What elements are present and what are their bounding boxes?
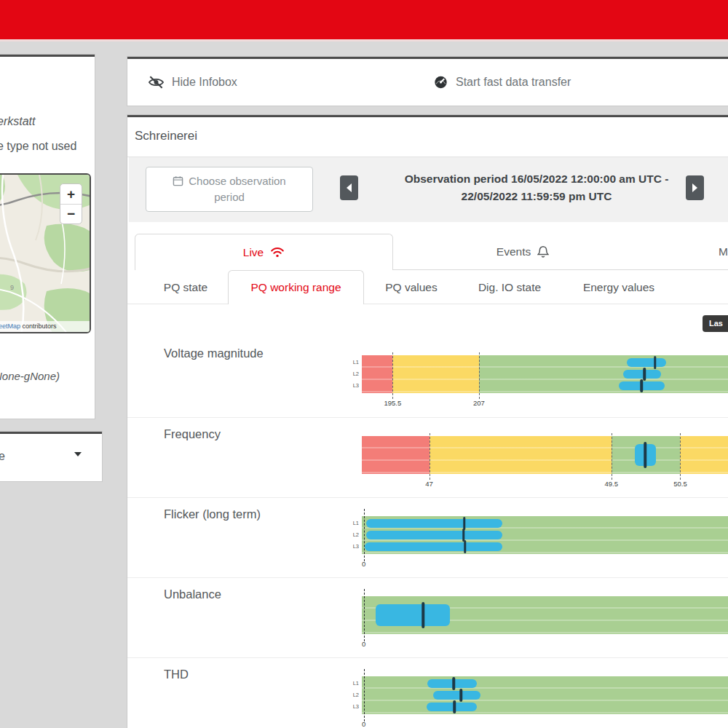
zone-yellow — [392, 355, 478, 393]
next-period-button[interactable] — [686, 175, 704, 200]
chevron-down-icon[interactable] — [74, 452, 82, 456]
subtab-pq-values[interactable]: PQ values — [379, 270, 444, 304]
chart-title: THD — [164, 668, 189, 681]
current-value-marker — [644, 368, 646, 381]
group-name: None-gNone) — [0, 370, 60, 382]
sidebar-dropdown[interactable]: e — [0, 450, 5, 463]
row-label: L3 — [347, 382, 359, 389]
zero-line — [364, 589, 365, 641]
range-bar — [627, 358, 666, 367]
sidebar-dropdown-card: e — [0, 432, 102, 481]
map-zoom-in-button[interactable]: + — [60, 184, 82, 204]
range-bar — [623, 370, 661, 379]
chart-title: Voltage magnitude — [164, 347, 264, 360]
zone-green — [362, 676, 728, 714]
hide-infobox-button[interactable]: Hide Infobox — [148, 59, 237, 106]
chevron-right-icon — [692, 183, 697, 192]
subtab-pq-working-range[interactable]: PQ working range — [228, 270, 364, 304]
tick-label: 50.5 — [673, 480, 687, 488]
tick-label: 49.5 — [605, 480, 619, 488]
tachometer-icon — [433, 75, 448, 90]
tab-events[interactable]: Events — [393, 234, 652, 270]
chart-band: 0 — [362, 596, 728, 634]
tab-live-label: Live — [243, 246, 264, 259]
fast-data-transfer-button[interactable]: Start fast data transfer — [433, 59, 571, 106]
location-map[interactable]: 9 + − eetMap contributors — [0, 173, 91, 333]
main-panel: Schreinerei Choose observation period Ob… — [127, 115, 728, 728]
tab-events-label: Events — [496, 245, 531, 258]
tick-label: 207 — [473, 399, 485, 407]
row-label: L1 — [347, 520, 359, 526]
chart-band: 195.5207L1L2L3 — [362, 355, 728, 393]
zero-line — [364, 669, 365, 721]
range-bar — [366, 531, 502, 539]
zone-yellow — [430, 436, 612, 474]
current-value-marker — [464, 540, 467, 553]
zone-red — [362, 355, 392, 393]
zone-green — [479, 355, 728, 393]
previous-period-button[interactable] — [340, 175, 358, 200]
last-update-badge: Las — [703, 315, 728, 332]
threshold-line — [612, 433, 612, 480]
choose-observation-period-button[interactable]: Choose observation period — [146, 167, 313, 212]
chart-title: Unbalance — [164, 587, 221, 601]
chart-band: 0L1L2L3 — [362, 516, 728, 554]
tick-label: 0 — [362, 560, 365, 568]
tick-label: 47 — [425, 480, 433, 488]
threshold-line — [430, 433, 430, 480]
calendar-icon — [173, 175, 183, 186]
observation-bar: Choose observation period Observation pe… — [129, 157, 728, 222]
current-value-marker — [654, 356, 657, 369]
tab-more[interactable]: M — [652, 234, 728, 270]
map-zoom-out-button[interactable]: − — [60, 204, 82, 223]
range-bar — [376, 604, 450, 626]
tab-more-label: M — [719, 245, 728, 258]
subtab-energy-values[interactable]: Energy values — [575, 270, 662, 304]
device-type-note: e type not used — [0, 140, 76, 153]
row-label: L1 — [347, 359, 359, 365]
map-attribution-text: contributors — [20, 323, 57, 330]
chart-band: 4749.550.5 — [362, 436, 728, 474]
current-value-marker — [640, 379, 643, 392]
row-label: L3 — [347, 703, 359, 710]
row-label: L2 — [347, 371, 359, 377]
toolbar: Hide Infobox Start fast data transfer — [127, 57, 728, 106]
subtab-dig-io-state[interactable]: Dig. IO state — [470, 270, 550, 304]
tick-label: 195.5 — [384, 399, 401, 407]
chart-band: 0L1L2L3 — [362, 676, 728, 714]
threshold-line — [479, 352, 480, 399]
observation-period-text: Observation period 16/05/2022 12:00:00 a… — [384, 170, 689, 205]
choose-observation-label-line2: period — [146, 189, 312, 205]
range-bar — [366, 519, 502, 528]
zone-red — [362, 436, 430, 474]
top-banner — [0, 0, 728, 41]
wifi-icon — [270, 247, 285, 258]
threshold-line — [392, 352, 393, 399]
station-name: erkstatt — [0, 115, 35, 128]
chart-section: Voltage magnitude195.5207L1L2L3 — [127, 337, 728, 417]
threshold-line — [680, 433, 681, 480]
sidebar-info-card: erkstatt e type not used 9 + − eetMap co… — [0, 55, 95, 419]
range-bar — [433, 691, 480, 700]
zero-line — [364, 509, 365, 561]
main-tabs: Live Events M — [127, 234, 728, 270]
map-attribution: eetMap contributors — [0, 321, 90, 332]
range-bar — [365, 542, 502, 551]
subtab-pq-state[interactable]: PQ state — [153, 270, 218, 304]
map-road-label: 9 — [10, 284, 14, 291]
zone-yellow — [680, 436, 728, 474]
chart-title: Frequency — [164, 427, 221, 441]
range-bar — [427, 703, 476, 711]
sub-tabs: PQ state PQ working range PQ values Dig.… — [127, 270, 728, 304]
chart-section: Frequency4749.550.5 — [127, 417, 728, 497]
tab-live[interactable]: Live — [135, 234, 393, 270]
fast-data-transfer-label: Start fast data transfer — [456, 76, 571, 89]
choose-observation-label-line1: Choose observation — [189, 175, 285, 187]
map-attribution-link[interactable]: eetMap — [0, 323, 20, 330]
chart-section: Unbalance0 — [127, 577, 728, 657]
current-value-marker — [454, 700, 456, 713]
eye-slash-icon — [148, 75, 165, 90]
tick-label: 0 — [362, 640, 365, 648]
current-value-marker — [644, 442, 647, 468]
page-title: Schreinerei — [135, 129, 197, 143]
